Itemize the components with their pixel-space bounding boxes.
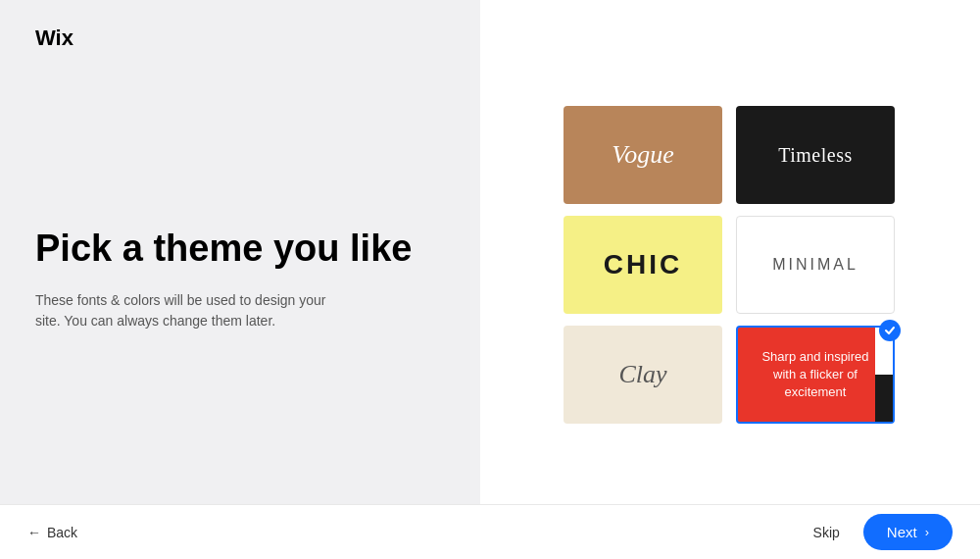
- skip-button[interactable]: Skip: [813, 525, 840, 540]
- theme-card-timeless[interactable]: Timeless: [736, 106, 895, 204]
- content-area: Pick a theme you like These fonts & colo…: [35, 228, 445, 331]
- bottom-bar: ← Back Skip Next ›: [0, 504, 980, 559]
- next-chevron-icon: ›: [925, 525, 929, 539]
- selected-theme-colors: [875, 328, 893, 422]
- theme-card-chic[interactable]: CHIC: [564, 216, 722, 314]
- selected-checkmark: [879, 320, 901, 341]
- theme-clay-label: Clay: [618, 360, 666, 389]
- selected-theme-content: Sharp and inspired with a flicker of exc…: [738, 328, 893, 422]
- right-panel: Vogue Timeless CHIC MINIMAL Clay Sharp: [480, 0, 980, 559]
- back-arrow-icon: ←: [27, 525, 41, 540]
- wix-logo-svg: Wix: [35, 27, 80, 47]
- check-icon: [884, 325, 896, 336]
- color-stripe-black: [875, 375, 893, 422]
- wix-logo: Wix: [35, 27, 445, 47]
- back-button[interactable]: ← Back: [27, 525, 77, 540]
- theme-chic-label: CHIC: [604, 249, 682, 280]
- theme-card-selected[interactable]: Sharp and inspired with a flicker of exc…: [736, 326, 895, 424]
- logo-area: Wix: [35, 27, 445, 47]
- page-subtext: These fonts & colors will be used to des…: [35, 290, 349, 331]
- theme-minimal-label: MINIMAL: [772, 256, 858, 274]
- back-label: Back: [47, 525, 77, 540]
- svg-text:Wix: Wix: [35, 27, 74, 47]
- right-buttons: Skip Next ›: [813, 514, 953, 550]
- theme-card-clay[interactable]: Clay: [564, 326, 722, 424]
- theme-card-minimal[interactable]: MINIMAL: [736, 216, 895, 314]
- theme-vogue-label: Vogue: [612, 140, 674, 170]
- next-button[interactable]: Next ›: [863, 514, 953, 550]
- theme-timeless-label: Timeless: [778, 144, 853, 167]
- theme-card-vogue[interactable]: Vogue: [564, 106, 722, 204]
- next-label: Next: [887, 524, 917, 540]
- themes-grid: Vogue Timeless CHIC MINIMAL Clay Sharp: [564, 106, 897, 424]
- selected-theme-description: Sharp and inspired with a flicker of exc…: [750, 348, 881, 402]
- left-panel: Wix Pick a theme you like These fonts & …: [0, 0, 480, 559]
- page-heading: Pick a theme you like: [35, 228, 445, 271]
